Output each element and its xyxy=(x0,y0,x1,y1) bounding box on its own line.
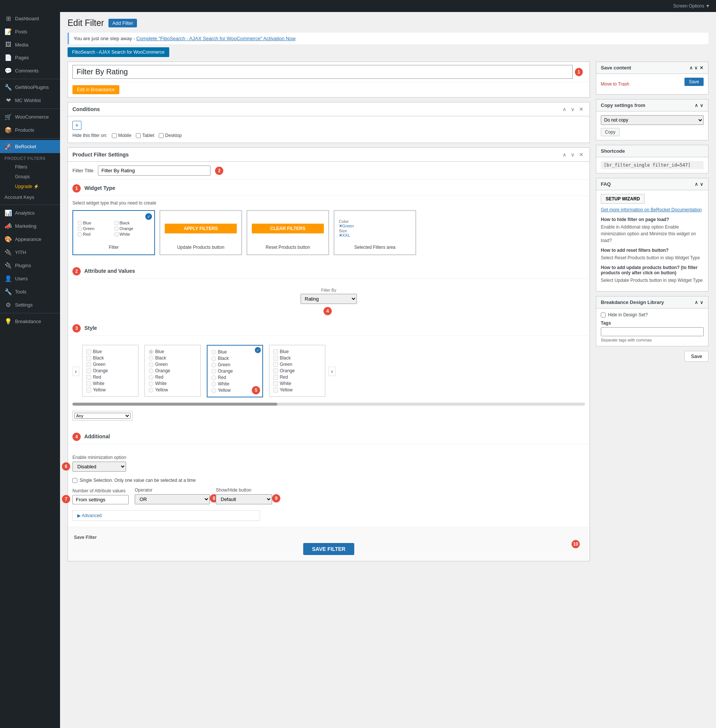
style-scroll-right[interactable]: › xyxy=(328,367,335,376)
sidebar-item-woocommerce[interactable]: 🛒 WooCommerce xyxy=(0,110,60,123)
single-selection-checkbox[interactable] xyxy=(73,478,77,483)
breakdance-body: Hide in Design Set? Tags Separate tags w… xyxy=(596,308,708,346)
sidebar-item-posts[interactable]: 📝 Posts xyxy=(0,25,60,38)
show-hide-badge: 9 xyxy=(272,494,280,502)
sidebar-item-getwooplugins[interactable]: 🔧 GetWooPlugins xyxy=(0,81,60,94)
sidebar-item-media[interactable]: 🖼 Media xyxy=(0,38,60,51)
setup-wizard-button[interactable]: SETUP WIZARD xyxy=(601,194,645,204)
style-section: ‹ Blue Black Green Orange R xyxy=(68,340,590,425)
style-checkbox2[interactable]: Blue Black Green Orange Red White Yellow xyxy=(269,345,325,397)
conditions-expand-button[interactable]: ∨ xyxy=(569,105,576,113)
screen-options-button[interactable]: Screen Options ▼ xyxy=(673,3,710,9)
style-checkbox2-colors: Blue Black Green Orange Red White Yellow xyxy=(273,349,321,393)
faq-down[interactable]: ∨ xyxy=(700,181,704,187)
pages-icon: 📄 xyxy=(5,54,12,61)
save-content-down[interactable]: ∨ xyxy=(694,65,698,71)
hide-design-set-checkbox[interactable] xyxy=(601,312,606,317)
sidebar-item-analytics[interactable]: 📊 Analytics xyxy=(0,206,60,220)
widget-type-clear[interactable]: CLEAR FILTERS Reset Products button xyxy=(247,210,329,255)
filter-title-input[interactable] xyxy=(98,165,211,176)
hide-tablet-checkbox[interactable] xyxy=(136,133,141,138)
sidebar-item-groups[interactable]: Groups xyxy=(12,172,60,182)
save-filter-button[interactable]: SAVE FILTER xyxy=(303,543,355,555)
advanced-section[interactable]: ▶ Advanced xyxy=(73,510,260,521)
filter-name-input[interactable] xyxy=(73,65,573,79)
marketing-icon: 📣 xyxy=(5,223,12,230)
copy-settings-select[interactable]: Do not copy xyxy=(601,115,704,125)
sidebar-item-settings[interactable]: ⚙ Settings xyxy=(0,298,60,311)
style-scroll-left[interactable]: ‹ xyxy=(73,367,79,376)
sidebar-item-label: Groups xyxy=(15,174,30,179)
widget-type-filter[interactable]: ✓ Blue Black Green Orange Red White xyxy=(73,210,155,255)
breakdance-up[interactable]: ∧ xyxy=(695,299,698,305)
minimization-select[interactable]: Disabled Enabled xyxy=(73,461,126,472)
sidebar-item-mc-wishlist[interactable]: ❤ MC Wishlist xyxy=(0,94,60,107)
hide-tablet-label[interactable]: Tablet xyxy=(136,133,154,138)
breakdance-actions: ∧ ∨ xyxy=(695,299,704,305)
show-hide-select[interactable]: Default Show Hide xyxy=(216,494,272,504)
filter-settings-expand-button[interactable]: ∨ xyxy=(569,151,576,158)
conditions-collapse-button[interactable]: ∧ xyxy=(561,105,568,113)
admin-bar: Screen Options ▼ xyxy=(0,0,716,12)
filter-settings-close-button[interactable]: ✕ xyxy=(578,151,585,158)
tags-input[interactable] xyxy=(601,327,704,336)
filter-title-row: Filter Title 2 xyxy=(68,162,590,180)
sidebar-item-yith[interactable]: 🔌 YITH xyxy=(0,246,60,259)
move-to-trash-link[interactable]: Move to Trash xyxy=(601,82,629,87)
copy-down[interactable]: ∨ xyxy=(700,102,704,108)
sidebar-item-pages[interactable]: 📄 Pages xyxy=(0,51,60,64)
filter-by-select[interactable]: Rating Price Category Color Size Tag xyxy=(300,294,357,304)
sidebar-item-label: Breakdance xyxy=(15,318,41,324)
clear-card-preview: CLEAR FILTERS xyxy=(252,215,324,242)
widget-type-apply[interactable]: APPLY FILTERS Update Products button xyxy=(159,210,242,255)
sidebar-item-filters[interactable]: Filters xyxy=(12,162,60,172)
edit-breakdance-button[interactable]: Edit in Breakdance xyxy=(73,85,119,94)
conditions-close-button[interactable]: ✕ xyxy=(578,105,585,113)
yith-icon: 🔌 xyxy=(5,249,12,256)
breakdance-down[interactable]: ∨ xyxy=(700,299,704,305)
hide-mobile-checkbox[interactable] xyxy=(112,133,117,138)
style-checkbox[interactable]: Blue Black Green Orange Red White Yellow xyxy=(82,345,138,397)
operator-select[interactable]: OR AND xyxy=(135,494,210,504)
sidebar-item-dashboard[interactable]: ⊞ Dashboard xyxy=(0,12,60,25)
sidebar-item-label: Media xyxy=(15,42,28,48)
breakdance-panel: Breakdance Design Library ∧ ∨ Hide in De… xyxy=(596,296,708,346)
num-values-input[interactable] xyxy=(73,495,129,504)
style-radio[interactable]: Blue Black Green Orange Red White Yellow xyxy=(144,345,201,397)
faq-up[interactable]: ∧ xyxy=(695,181,698,187)
add-filter-button[interactable]: Add Filter xyxy=(108,19,137,27)
hide-desktop-label[interactable]: Desktop xyxy=(159,133,182,138)
add-condition-button[interactable]: + xyxy=(73,121,82,130)
sidebar-item-plugins[interactable]: 🔌 Plugins xyxy=(0,259,60,272)
shortcode-value[interactable]: [br_filter_single filter_id=547] xyxy=(601,161,704,169)
widget-type-selected[interactable]: Color ✕Green Size ✕XXL Selected Filters … xyxy=(334,210,416,255)
sidebar-item-account-keys[interactable]: Account Keys xyxy=(0,191,60,203)
sidebar-item-users[interactable]: 👤 Users xyxy=(0,272,60,285)
hide-desktop-checkbox[interactable] xyxy=(159,133,164,138)
copy-up[interactable]: ∧ xyxy=(695,102,698,108)
breakdance-title: Breakdance Design Library xyxy=(601,299,664,305)
save-filter-label: Save Filter xyxy=(74,533,584,541)
minimization-badge: 6 xyxy=(62,462,70,470)
sidebar-item-upgrade[interactable]: Upgrade ⚡ xyxy=(12,182,60,191)
sticky-save-button[interactable]: Save xyxy=(684,351,708,362)
sidebar-item-appearance[interactable]: 🎨 Appearance xyxy=(0,233,60,246)
sidebar-item-breakdance[interactable]: 💡 Breakdance xyxy=(0,315,60,328)
save-content-close[interactable]: ✕ xyxy=(699,65,704,71)
save-content-up[interactable]: ∧ xyxy=(689,65,693,71)
hide-mobile-label[interactable]: Mobile xyxy=(112,133,131,138)
filter-settings-collapse-button[interactable]: ∧ xyxy=(561,151,568,158)
notice-link[interactable]: Complete "FiboSearch - AJAX Search for W… xyxy=(136,36,295,41)
sidebar-item-comments[interactable]: 💬 Comments xyxy=(0,64,60,77)
appearance-icon: 🎨 xyxy=(5,236,12,243)
sidebar-item-marketing[interactable]: 📣 Marketing xyxy=(0,220,60,233)
berocket-docs-link[interactable]: Get more information on BeRocket Documen… xyxy=(601,207,702,212)
dropdown-preview-select[interactable]: Any Blue Black Green Orange Red White Ye… xyxy=(74,413,130,419)
sidebar-item-products[interactable]: 📦 Products xyxy=(0,123,60,136)
sidebar-item-tools[interactable]: 🔧 Tools xyxy=(0,285,60,298)
save-button[interactable]: Save xyxy=(684,78,704,86)
copy-button[interactable]: Copy xyxy=(601,128,620,136)
style-multiselect[interactable]: ✓ Blue Black Green Orange Red White xyxy=(207,345,263,397)
tags-hint: Separate tags with commas xyxy=(601,338,704,342)
sidebar-item-berocket[interactable]: 🚀 BeRocket xyxy=(0,140,60,153)
